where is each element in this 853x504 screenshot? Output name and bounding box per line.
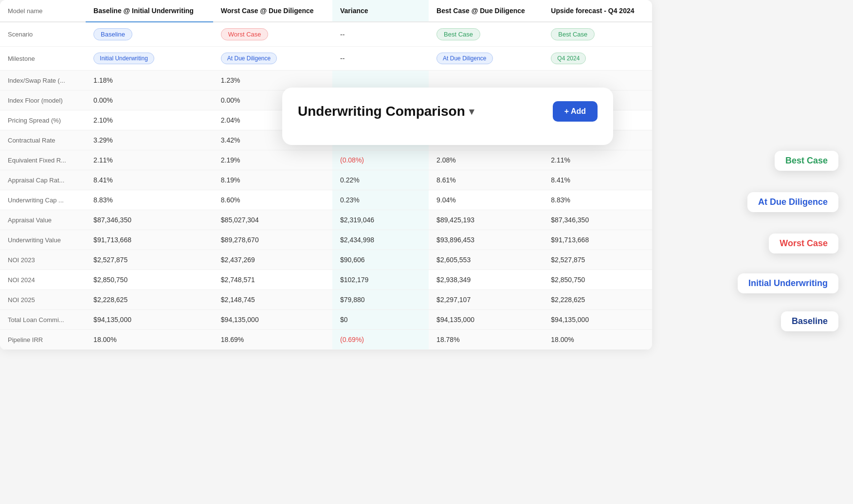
col-upside: Upside forecast - Q4 2024 [543,0,652,22]
cell-upside: Q4 2024 [543,47,652,71]
row-label: Total Loan Commi... [0,310,86,330]
cell-baseline: 2.10% [86,110,213,130]
cell-worst-case: At Due Diligence [213,47,332,71]
cell-baseline: $2,228,625 [86,290,213,310]
cell-best-case: At Due Diligence [429,47,543,71]
row-label: Underwriting Value [0,230,86,250]
cell-worst-case: $85,027,304 [213,210,332,230]
cell-variance: $2,434,998 [332,230,429,250]
cell-worst-case: 8.60% [213,190,332,210]
underwriting-comparison-panel: Underwriting Comparison ▾ + Add [282,88,613,145]
row-label: NOI 2025 [0,290,86,310]
table-row: Appraisal Value$87,346,350$85,027,304$2,… [0,210,652,230]
cell-upside: $91,713,668 [543,230,652,250]
cell-worst-case: $94,135,000 [213,310,332,330]
cell-baseline: 0.00% [86,90,213,110]
cell-upside: 18.00% [543,330,652,350]
row-label: Appraisal Value [0,210,86,230]
cell-best-case: $2,605,553 [429,250,543,270]
cell-best-case: 2.08% [429,150,543,170]
panel-header: Underwriting Comparison ▾ + Add [298,101,598,122]
cell-best-case: Best Case [429,22,543,47]
cell-variance: $90,606 [332,250,429,270]
row-label: Scenario [0,22,86,47]
table-row: Pipeline IRR18.00%18.69%(0.69%)18.78%18.… [0,330,652,350]
cell-baseline: 18.00% [86,330,213,350]
panel-title: Underwriting Comparison ▾ [298,104,474,119]
floating-initial-underwriting-label[interactable]: Initial Underwriting [738,273,838,293]
table-row: Total Loan Commi...$94,135,000$94,135,00… [0,310,652,330]
row-label: Pipeline IRR [0,330,86,350]
cell-variance: (0.08%) [332,150,429,170]
row-label: NOI 2023 [0,250,86,270]
row-label: Index Floor (model) [0,90,86,110]
cell-upside: 8.83% [543,190,652,210]
table-row: Appraisal Cap Rat...8.41%8.19%0.22%8.61%… [0,170,652,190]
row-label: Index/Swap Rate (... [0,71,86,90]
cell-variance: -- [332,22,429,47]
floating-baseline-label[interactable]: Baseline [781,311,838,331]
cell-baseline: 2.11% [86,150,213,170]
cell-best-case: $89,425,193 [429,210,543,230]
row-label: Milestone [0,47,86,71]
cell-best-case: $2,297,107 [429,290,543,310]
col-best-case: Best Case @ Due Diligence [429,0,543,22]
cell-upside: Best Case [543,22,652,47]
cell-upside: $2,850,750 [543,270,652,290]
cell-worst-case: 2.19% [213,150,332,170]
table-row: Underwriting Value$91,713,668$89,278,670… [0,230,652,250]
col-variance: Variance [332,0,429,22]
table-row: NOI 2024$2,850,750$2,748,571$102,179$2,9… [0,270,652,290]
cell-variance: -- [332,47,429,71]
cell-variance: (0.69%) [332,330,429,350]
col-worst-case: Worst Case @ Due Diligence [213,0,332,22]
comparison-table: Model name Baseline @ Initial Underwriti… [0,0,652,350]
cell-variance: $0 [332,310,429,330]
cell-variance: 0.22% [332,170,429,190]
cell-best-case: $94,135,000 [429,310,543,330]
col-model-name: Model name [0,0,86,22]
floating-worst-case-label[interactable]: Worst Case [769,234,838,253]
cell-baseline: $94,135,000 [86,310,213,330]
floating-best-case-label[interactable]: Best Case [775,151,838,171]
cell-best-case: 18.78% [429,330,543,350]
table-row: Equivalent Fixed R...2.11%2.19%(0.08%)2.… [0,150,652,170]
cell-best-case: $93,896,453 [429,230,543,250]
cell-baseline: $87,346,350 [86,210,213,230]
cell-worst-case: $89,278,670 [213,230,332,250]
cell-variance: $102,179 [332,270,429,290]
row-label: Equivalent Fixed R... [0,150,86,170]
row-label: Appraisal Cap Rat... [0,170,86,190]
cell-best-case: $2,938,349 [429,270,543,290]
cell-baseline: 8.41% [86,170,213,190]
table-row: MilestoneInitial UnderwritingAt Due Dili… [0,47,652,71]
cell-upside: $87,346,350 [543,210,652,230]
cell-upside: $2,527,875 [543,250,652,270]
row-label: Pricing Spread (%) [0,110,86,130]
row-label: Contractual Rate [0,130,86,150]
cell-baseline: 3.29% [86,130,213,150]
cell-worst-case: $2,148,745 [213,290,332,310]
table-row: ScenarioBaselineWorst Case--Best CaseBes… [0,22,652,47]
cell-upside: $94,135,000 [543,310,652,330]
add-button[interactable]: + Add [553,101,598,122]
cell-upside: $2,228,625 [543,290,652,310]
cell-worst-case: 8.19% [213,170,332,190]
cell-baseline: Baseline [86,22,213,47]
row-label: Underwriting Cap ... [0,190,86,210]
floating-at-due-diligence-label[interactable]: At Due Diligence [747,192,838,212]
cell-baseline: 8.83% [86,190,213,210]
table-row: NOI 2023$2,527,875$2,437,269$90,606$2,60… [0,250,652,270]
cell-baseline: Initial Underwriting [86,47,213,71]
chevron-down-icon[interactable]: ▾ [469,106,474,117]
cell-variance: $79,880 [332,290,429,310]
row-label: NOI 2024 [0,270,86,290]
cell-worst-case: $2,748,571 [213,270,332,290]
table-row: NOI 2025$2,228,625$2,148,745$79,880$2,29… [0,290,652,310]
table-row: Underwriting Cap ...8.83%8.60%0.23%9.04%… [0,190,652,210]
cell-variance: $2,319,046 [332,210,429,230]
cell-best-case: 8.61% [429,170,543,190]
panel-title-text: Underwriting Comparison [298,104,465,119]
cell-baseline: $2,527,875 [86,250,213,270]
cell-worst-case: 18.69% [213,330,332,350]
